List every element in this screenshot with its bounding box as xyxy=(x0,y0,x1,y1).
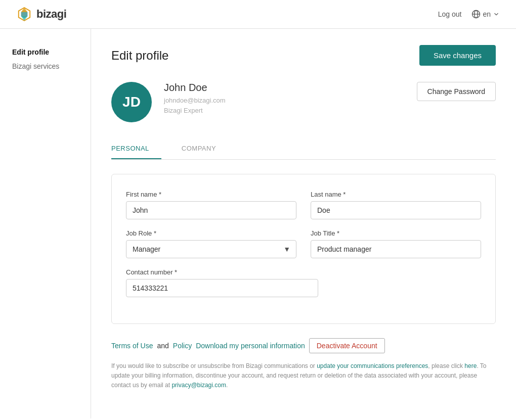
profile-info: John Doe johndoe@bizagi.com Bizagi Exper… xyxy=(164,82,405,115)
job-role-label: Job Role * xyxy=(126,229,296,237)
chevron-down-icon xyxy=(493,11,500,18)
job-title-label: Job Title * xyxy=(311,229,481,237)
contact-number-input[interactable] xyxy=(126,279,318,297)
and-text: and xyxy=(157,342,168,350)
download-info-link[interactable]: Download my personal information xyxy=(196,342,305,350)
first-name-input[interactable] xyxy=(126,201,296,219)
form-row-contact: Contact number * xyxy=(126,268,481,297)
first-name-label: First name * xyxy=(126,191,296,198)
profile-email: johndoe@bizagi.com xyxy=(164,96,405,106)
last-name-label: Last name * xyxy=(311,191,481,198)
layout: Edit profile Bizagi services Edit profil… xyxy=(0,29,516,418)
profile-section: JD John Doe johndoe@bizagi.com Bizagi Ex… xyxy=(111,82,496,122)
page-header: Edit profile Save changes xyxy=(111,45,496,66)
language-label: en xyxy=(483,10,491,18)
terms-of-use-link[interactable]: Terms of Use xyxy=(111,342,153,350)
bizagi-logo-icon xyxy=(16,6,32,22)
profile-extra: Bizagi Expert xyxy=(164,106,405,116)
form-group-job-title: Job Title * xyxy=(311,229,481,258)
here-link[interactable]: here xyxy=(464,362,477,369)
privacy-email-link[interactable]: privacy@bizagi.com xyxy=(171,382,226,389)
last-name-input[interactable] xyxy=(311,201,481,219)
header-right: Log out en xyxy=(438,10,500,19)
job-role-select-wrapper: Manager Developer Designer Analyst ▼ xyxy=(126,240,296,258)
footer-links: Terms of Use and Policy Download my pers… xyxy=(111,338,496,353)
main-content: Edit profile Save changes JD John Doe jo… xyxy=(91,29,516,418)
job-title-input[interactable] xyxy=(311,240,481,258)
form-group-last-name: Last name * xyxy=(311,191,481,219)
job-role-select[interactable]: Manager Developer Designer Analyst xyxy=(126,240,296,258)
logo-text: bizagi xyxy=(36,8,66,21)
form-group-first-name: First name * xyxy=(126,191,296,219)
svg-marker-2 xyxy=(21,8,28,12)
tab-personal[interactable]: PERSONAL xyxy=(111,138,161,159)
tab-company[interactable]: COMPANY xyxy=(182,138,228,159)
form-group-job-role: Job Role * Manager Developer Designer An… xyxy=(126,229,296,258)
logout-link[interactable]: Log out xyxy=(438,10,462,18)
change-password-button[interactable]: Change Password xyxy=(417,82,496,101)
svg-marker-3 xyxy=(21,16,28,21)
globe-icon xyxy=(471,10,481,19)
form-row-names: First name * Last name * xyxy=(126,191,481,219)
sidebar-item-bizagi-services[interactable]: Bizagi services xyxy=(12,59,78,73)
language-selector[interactable]: en xyxy=(471,10,500,19)
sidebar: Edit profile Bizagi services xyxy=(0,29,91,418)
form-card: First name * Last name * Job Role * Mana… xyxy=(111,174,496,324)
form-row-job: Job Role * Manager Developer Designer An… xyxy=(126,229,481,258)
update-preferences-link[interactable]: update your communications preferences xyxy=(317,362,428,369)
contact-number-label: Contact number * xyxy=(126,268,318,276)
logo: bizagi xyxy=(16,6,66,22)
header: bizagi Log out en xyxy=(0,0,516,29)
form-group-contact-number: Contact number * xyxy=(126,268,318,297)
avatar: JD xyxy=(111,82,152,122)
footer-notice: If you would like to subscribe or unsubs… xyxy=(111,361,496,391)
deactivate-account-link[interactable]: Deactivate Account xyxy=(309,338,385,353)
tabs: PERSONAL COMPANY xyxy=(111,138,496,160)
policy-link[interactable]: Policy xyxy=(173,342,192,350)
sidebar-item-edit-profile[interactable]: Edit profile xyxy=(12,45,78,59)
save-changes-button[interactable]: Save changes xyxy=(419,45,496,66)
page-title: Edit profile xyxy=(111,49,168,63)
profile-name: John Doe xyxy=(164,82,405,94)
